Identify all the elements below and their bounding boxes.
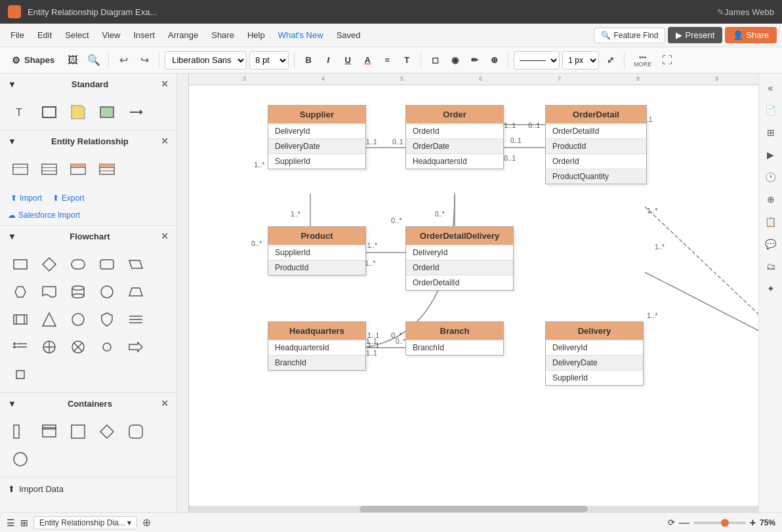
supplier-entity[interactable]: Supplier DeliveryId DeliveryDate Supplie… (268, 105, 366, 169)
fc-shield[interactable] (94, 307, 119, 332)
align-button[interactable]: ≡ (379, 52, 396, 69)
active-tab[interactable]: Entity Relationship Dia... ▾ (33, 516, 137, 529)
flowchart-header[interactable]: ▼ Flowchart ✕ (0, 226, 176, 247)
cont-6[interactable] (8, 447, 33, 472)
er-close[interactable]: ✕ (161, 136, 169, 146)
er-shape-3[interactable] (66, 157, 91, 182)
menu-whats-new[interactable]: What's New (273, 28, 329, 43)
menu-insert[interactable]: Insert (128, 28, 160, 43)
feature-find-button[interactable]: 🔍 Feature Find (594, 28, 665, 43)
underline-button[interactable]: U (339, 52, 356, 69)
fc-trapezoid[interactable] (123, 279, 148, 304)
rp-collapse-left[interactable]: « (762, 79, 780, 97)
fc-rounded[interactable] (66, 252, 91, 277)
headquarters-entity[interactable]: Headquarters HeadquartersId BranchId (268, 321, 366, 371)
note-shape[interactable] (66, 100, 91, 125)
standard-close[interactable]: ✕ (161, 79, 169, 89)
cont-5[interactable] (123, 419, 148, 444)
fc-arrow2[interactable] (123, 335, 148, 359)
h-scrollbar[interactable] (189, 506, 758, 512)
green-rect-shape[interactable] (94, 100, 119, 125)
text-button[interactable]: T (398, 52, 415, 69)
italic-button[interactable]: I (319, 52, 337, 69)
line-width-select[interactable]: 1 px (562, 51, 599, 70)
tab-list-icon[interactable]: ☰ (7, 518, 15, 528)
canvas-area[interactable]: 3 4 5 6 7 8 9 1..1 0..1 1..* 0..* (177, 73, 758, 512)
product-entity[interactable]: Product SupplierId ProductId (268, 226, 366, 276)
reset-zoom-icon[interactable]: ⟳ (668, 518, 675, 527)
er-diagram[interactable]: 1..1 0..1 1..* 0..* 0..1 0..* 1..* 1..* (189, 85, 758, 512)
waypoint-button[interactable]: ⤢ (602, 52, 619, 69)
rectangle-shape[interactable] (37, 100, 62, 125)
rp-comment[interactable]: 💬 (762, 235, 780, 253)
fc-hex[interactable] (8, 279, 33, 304)
fc-circle2[interactable] (66, 307, 91, 332)
shapes-toggle[interactable]: ⚙ Shapes (5, 52, 61, 68)
rp-layers[interactable]: ⊕ (762, 190, 780, 209)
fc-doc[interactable] (37, 279, 62, 304)
menu-share[interactable]: Share (206, 28, 239, 43)
menu-view[interactable]: View (97, 28, 126, 43)
arrow-shape[interactable] (123, 100, 148, 125)
fc-diamond[interactable] (37, 252, 62, 277)
menu-select[interactable]: Select (60, 28, 94, 43)
fc-circle-x[interactable] (66, 335, 91, 359)
line-style-select[interactable]: ———— (514, 51, 560, 70)
rp-star[interactable]: ✦ (762, 279, 780, 298)
fc-rect[interactable] (8, 252, 33, 277)
fill-color-button[interactable]: ◉ (446, 52, 463, 69)
standard-header[interactable]: ▼ Standard ✕ (0, 73, 176, 94)
present-button[interactable]: ▶ Present (668, 27, 722, 43)
more-button[interactable]: ••• MORE (630, 52, 655, 69)
font-select[interactable]: Liberation Sans (165, 51, 247, 70)
fc-process[interactable] (8, 307, 33, 332)
tab-grid-icon[interactable]: ⊞ (20, 518, 28, 528)
undo-button[interactable]: ↩ (114, 51, 133, 70)
rp-pages[interactable]: 📄 (762, 101, 780, 119)
zoom-plus-button[interactable]: + (750, 517, 756, 529)
fc-parallelogram[interactable] (123, 252, 148, 277)
line-color-button[interactable]: ✏ (466, 52, 483, 69)
expand-button[interactable]: ⛶ (658, 51, 676, 70)
tab-dropdown-arrow[interactable]: ▾ (127, 518, 131, 527)
fc-circle[interactable] (94, 279, 119, 304)
er-shape-2[interactable] (37, 157, 62, 182)
fc-small-rect[interactable] (8, 362, 33, 387)
rp-grid[interactable]: ⊞ (762, 123, 780, 142)
connections-button[interactable]: ⊕ (485, 52, 503, 69)
delivery-entity[interactable]: Delivery DeliveryId DeliveryDate Supplie… (545, 321, 644, 386)
odd-entity[interactable]: OrderDetailDelivery DeliveryId OrderId O… (405, 226, 514, 291)
order-entity[interactable]: Order OrderId OrderDate HeadquartersId (405, 105, 504, 169)
cont-2[interactable] (37, 419, 62, 444)
flowchart-close[interactable]: ✕ (161, 231, 169, 241)
redo-button[interactable]: ↪ (135, 51, 154, 70)
er-header[interactable]: ▼ Entity Relationship ✕ (0, 131, 176, 152)
salesforce-button[interactable]: ☁ Salesforce Import (0, 209, 176, 225)
rp-clock[interactable]: 🕐 (762, 168, 780, 186)
font-color-button[interactable]: A (359, 52, 376, 69)
fc-rounded-rect[interactable] (94, 252, 119, 277)
h-scrollbar-thumb[interactable] (360, 506, 587, 512)
rp-stack[interactable]: 🗂 (762, 257, 780, 276)
edit-icon[interactable]: ✎ (717, 7, 724, 17)
containers-header[interactable]: ▼ Containers ✕ (0, 393, 176, 414)
bold-button[interactable]: B (300, 52, 317, 69)
rp-format[interactable]: 📋 (762, 213, 780, 231)
order-detail-entity[interactable]: OrderDetail OrderDetailId ProductId Orde… (545, 105, 647, 184)
cont-3[interactable] (66, 419, 91, 444)
zoom-slider[interactable] (693, 522, 746, 524)
image-button[interactable]: 🖼 (64, 51, 82, 70)
branch-entity[interactable]: Branch BranchId (405, 321, 504, 356)
import-button[interactable]: ⬆ Import (8, 192, 45, 204)
search-button[interactable]: 🔍 (85, 51, 103, 70)
menu-file[interactable]: File (5, 28, 30, 43)
fill-button[interactable]: ◻ (426, 52, 443, 69)
fc-circle-cross[interactable] (37, 335, 62, 359)
zoom-minus-button[interactable]: — (679, 517, 689, 529)
zoom-slider-thumb[interactable] (721, 519, 729, 527)
containers-close[interactable]: ✕ (161, 398, 169, 409)
import-data-button[interactable]: ⬆ Import Data (0, 478, 176, 501)
er-shape-4[interactable] (94, 157, 119, 182)
text-shape[interactable]: T (8, 100, 33, 125)
menu-arrange[interactable]: Arrange (163, 28, 203, 43)
